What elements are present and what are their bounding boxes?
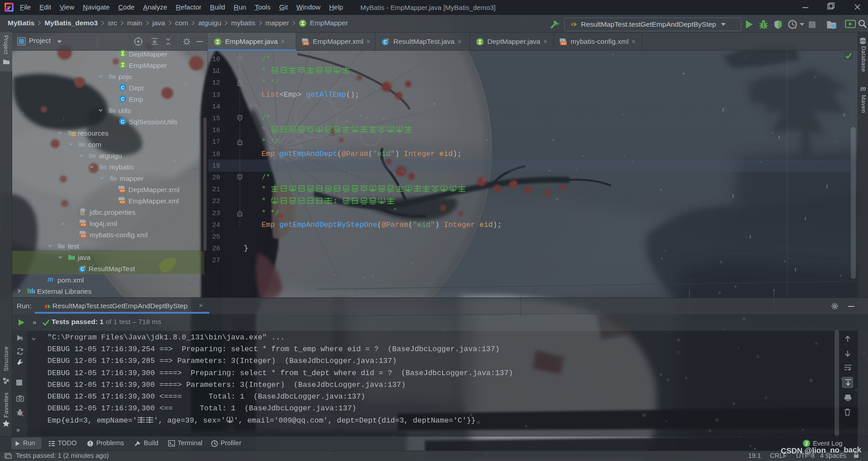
- svg-text:C: C: [121, 96, 125, 102]
- svg-text:<>: <>: [81, 234, 85, 239]
- svg-text:C: C: [121, 85, 125, 90]
- svg-text:<>: <>: [120, 189, 124, 193]
- svg-text:<>: <>: [561, 41, 566, 46]
- svg-text:9: 9: [20, 336, 23, 341]
- svg-text:<>: <>: [81, 223, 85, 227]
- svg-text:<>: <>: [120, 200, 124, 205]
- svg-text:IJ: IJ: [8, 5, 10, 9]
- svg-text:<>: <>: [303, 41, 308, 46]
- svg-text:C: C: [121, 119, 125, 124]
